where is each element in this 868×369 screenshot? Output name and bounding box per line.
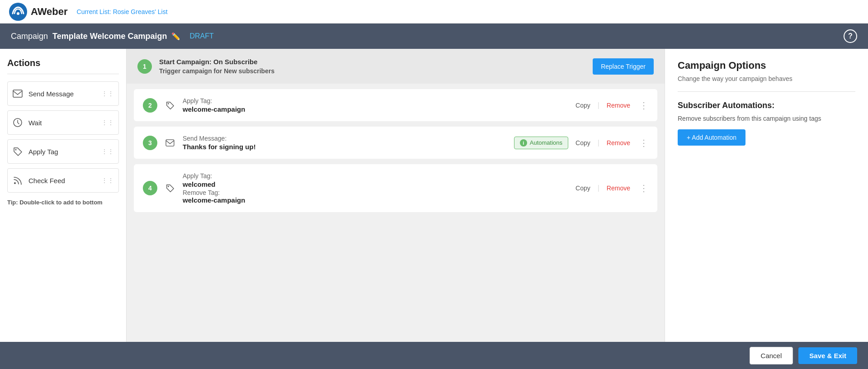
check-feed-label: Check Feed [28,177,65,184]
remove-button-3[interactable]: Remove [603,137,634,148]
campaign-name: Template Welcome Campaign [52,32,167,41]
edit-icon[interactable]: ✏️ [171,32,180,41]
step-name-2: welcome-campaign [183,105,245,113]
campaign-options-title: Campaign Options [678,60,855,71]
more-icon-4[interactable]: ⋮ [639,183,648,194]
svg-point-5 [14,182,16,184]
step-name-3: Thanks for signing up! [183,143,256,151]
step-type2-4: Remove Tag: [183,189,245,196]
step-trigger: 1 Start Campaign: On Subscribe Trigger c… [127,49,665,84]
step-info-3: Send Message: Thanks for signing up! [183,135,256,151]
help-icon[interactable]: ? [844,29,857,43]
aweber-logo [9,3,27,21]
drag-handle: ⋮⋮ [101,148,114,155]
current-list-link[interactable]: Current List: Rosie Greaves' List [77,8,168,15]
svg-rect-2 [13,90,22,97]
sidebar-item-wait[interactable]: Wait ⋮⋮ [7,110,119,135]
remove-button-2[interactable]: Remove [603,100,634,111]
copy-button-4[interactable]: Copy [572,183,594,194]
add-automation-button[interactable]: + Add Automation [678,129,745,146]
more-icon-3[interactable]: ⋮ [639,137,648,148]
sidebar-item-apply-tag[interactable]: Apply Tag ⋮⋮ [7,139,119,164]
brand-name: AWeber [31,6,68,18]
step-number-2: 2 [143,98,157,113]
copy-button-3[interactable]: Copy [572,137,594,148]
step-card-content-3: Send Message: Thanks for signing up! i A… [183,135,648,151]
subscriber-automations-text: Remove subscribers from this campaign us… [678,115,855,122]
right-sidebar: Campaign Options Change the way your cam… [665,49,868,342]
svg-rect-7 [166,139,174,146]
center-content: 1 Start Campaign: On Subscribe Trigger c… [127,49,665,342]
step-card-content-2: Apply Tag: welcome-campaign Copy | Remov… [183,97,648,113]
drag-handle: ⋮⋮ [101,119,114,126]
trigger-text: Start Campaign: On Subscribe Trigger cam… [159,58,274,75]
remove-button-4[interactable]: Remove [603,183,634,194]
separator: | [598,184,599,192]
sidebar: Actions Send Message ⋮⋮ [0,49,127,342]
step-number-3: 3 [143,136,157,150]
separator: | [598,101,599,109]
top-nav: AWeber Current List: Rosie Greaves' List [0,0,868,24]
campaign-title-area: Campaign Template Welcome Campaign ✏️ DR… [11,32,214,41]
step-info-2: Apply Tag: welcome-campaign [183,97,245,113]
step-card-2: 2 Apply Tag: welcome-campaign Copy | [134,89,657,121]
svg-point-0 [9,3,27,21]
step-actions-3: i Automations Copy | Remove ⋮ [514,137,648,149]
campaign-header: Campaign Template Welcome Campaign ✏️ DR… [0,24,868,49]
copy-button-2[interactable]: Copy [572,100,594,111]
main-layout: Actions Send Message ⋮⋮ [0,49,868,342]
svg-point-4 [15,149,17,151]
trigger-info: 1 Start Campaign: On Subscribe Trigger c… [137,58,274,75]
more-icon-2[interactable]: ⋮ [639,100,648,111]
campaign-prefix: Campaign [11,32,48,41]
svg-point-6 [168,103,169,104]
wait-label: Wait [28,119,42,127]
envelope-icon-step3 [165,137,175,148]
actions-title: Actions [7,58,119,74]
replace-trigger-button[interactable]: Replace Trigger [593,58,654,75]
clock-icon [12,117,23,128]
logo: AWeber [9,3,68,21]
svg-point-1 [17,12,19,15]
footer: Cancel Save & Exit [0,342,868,369]
step-type-4: Apply Tag: [183,172,245,180]
step-card-content-4: Apply Tag: welcomed Remove Tag: welcome-… [183,172,648,204]
sidebar-item-check-feed[interactable]: Check Feed ⋮⋮ [7,168,119,193]
cancel-button[interactable]: Cancel [750,347,793,364]
apply-tag-label: Apply Tag [28,148,58,156]
step-actions-4: Copy | Remove ⋮ [572,183,648,194]
info-icon: i [520,139,527,147]
send-message-label: Send Message [28,90,74,98]
step-actions-2: Copy | Remove ⋮ [572,100,648,111]
sidebar-item-send-message[interactable]: Send Message ⋮⋮ [7,81,119,106]
draft-badge: DRAFT [189,32,213,40]
save-exit-button[interactable]: Save & Exit [798,347,857,364]
step-type-3: Send Message: [183,135,256,142]
step-name3-4: welcome-campaign [183,196,245,204]
step-number-1: 1 [137,59,152,74]
trigger-line2: Trigger campaign for New subscribers [159,67,274,75]
campaign-options-subtitle: Change the way your campaign behaves [678,75,855,82]
steps-container: 2 Apply Tag: welcome-campaign Copy | [127,84,665,218]
step-card-3: 3 Send Message: Thanks for signing up! i [134,127,657,159]
step-type-2: Apply Tag: [183,97,245,104]
tag-icon [12,146,23,157]
automations-badge[interactable]: i Automations [514,137,568,149]
right-divider [678,91,855,92]
step-info-4: Apply Tag: welcomed Remove Tag: welcome-… [183,172,245,204]
automations-label: Automations [530,139,562,146]
step-name-4: welcomed [183,180,245,188]
subscriber-automations-title: Subscriber Automations: [678,101,855,110]
tag-icon-step4 [165,183,175,194]
step-number-4: 4 [143,181,157,195]
separator: | [598,139,599,147]
svg-point-8 [168,186,169,187]
envelope-icon [12,88,23,99]
drag-handle: ⋮⋮ [101,177,114,184]
step-card-4: 4 Apply Tag: welcomed Remove Tag: welcom… [134,164,657,212]
drag-handle: ⋮⋮ [101,90,114,97]
tip-text: Tip: Double-click to add to bottom [7,199,119,206]
tag-icon-step2 [165,100,175,111]
trigger-line1: Start Campaign: On Subscribe [159,58,274,66]
feed-icon [12,175,23,186]
